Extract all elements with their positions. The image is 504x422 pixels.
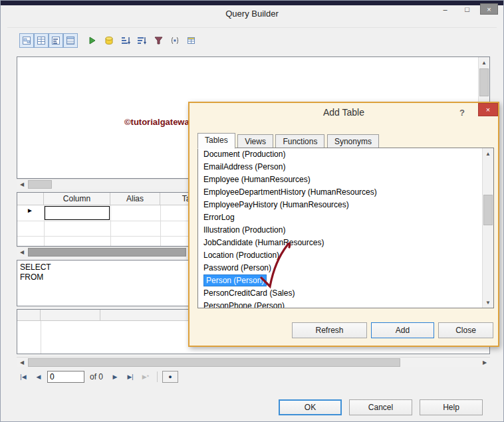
titlebar-divider xyxy=(7,27,497,28)
ok-button[interactable]: OK xyxy=(279,399,342,415)
maximize-button[interactable]: □ xyxy=(458,3,476,15)
list-item[interactable]: EmailAddress (Person) xyxy=(198,161,493,173)
show-diagram-pane-button[interactable] xyxy=(19,33,34,48)
scroll-thumb[interactable] xyxy=(28,248,186,257)
tab-synonyms[interactable]: Synonyms xyxy=(327,134,379,149)
results-pane-icon xyxy=(66,36,75,45)
scroll-up-button[interactable]: ▲ xyxy=(479,57,489,68)
scroll-down-button[interactable]: ▼ xyxy=(483,297,493,308)
scroll-left-button[interactable]: ◀ xyxy=(17,179,27,189)
sort-descending-button[interactable] xyxy=(134,33,149,48)
refresh-button[interactable]: Refresh xyxy=(292,322,367,338)
record-position-input[interactable] xyxy=(47,371,84,383)
add-button[interactable]: Add xyxy=(371,322,434,338)
scroll-right-button[interactable]: ▶ xyxy=(479,358,490,368)
tab-views[interactable]: Views xyxy=(237,134,273,149)
show-sql-pane-button[interactable] xyxy=(49,33,63,48)
list-item[interactable]: EmployeeDepartmentHistory (HumanResource… xyxy=(198,186,493,199)
caption-buttons: – □ × xyxy=(436,3,498,15)
dialog-title: Add Table xyxy=(189,103,498,122)
scroll-thumb[interactable] xyxy=(483,195,493,225)
add-table-dialog: Add Table ? × Tables Views Functions Syn… xyxy=(188,102,499,347)
list-item[interactable]: EmployeePayHistory (HumanResources) xyxy=(198,199,493,211)
list-item[interactable]: Document (Production) xyxy=(198,148,493,161)
run-icon xyxy=(87,36,96,45)
list-vertical-scrollbar[interactable]: ▲ ▼ xyxy=(482,148,493,308)
dialog-close-button[interactable]: × xyxy=(478,103,498,116)
scroll-left-button[interactable]: ◀ xyxy=(17,247,27,257)
add-table-icon xyxy=(187,36,196,45)
grid-pane-icon xyxy=(37,36,46,45)
tab-functions[interactable]: Functions xyxy=(275,134,324,149)
sort-descending-icon xyxy=(137,36,146,45)
add-table-button[interactable] xyxy=(184,33,199,48)
filter-icon xyxy=(154,36,163,45)
divider xyxy=(157,371,158,382)
cancel-button[interactable]: Cancel xyxy=(349,399,412,415)
grid-cell-column[interactable] xyxy=(45,206,110,220)
run-query-button[interactable] xyxy=(84,33,99,48)
close-button[interactable]: × xyxy=(480,3,498,15)
list-item[interactable]: PersonPhone (Person) xyxy=(198,300,493,308)
next-record-button[interactable]: ▶ xyxy=(108,371,122,383)
results-column-header xyxy=(41,310,100,321)
column-header: Column xyxy=(44,193,110,205)
show-grid-pane-button[interactable] xyxy=(34,33,49,48)
table-list: Document (Production) EmailAddress (Pers… xyxy=(197,148,494,308)
first-record-button[interactable]: |◀ xyxy=(17,371,30,383)
results-corner-cell xyxy=(17,310,41,321)
scroll-thumb[interactable] xyxy=(479,68,489,96)
window-title: Query Builder xyxy=(1,5,503,23)
window-accent-bar xyxy=(1,1,503,5)
diagram-pane-icon xyxy=(22,36,31,45)
record-navigator: |◀ ◀ of 0 ▶ ▶| ▶* ● xyxy=(17,370,178,383)
last-record-button[interactable]: ▶| xyxy=(124,371,137,383)
tab-tables[interactable]: Tables xyxy=(197,133,235,149)
previous-record-button[interactable]: ◀ xyxy=(32,371,45,383)
list-item[interactable]: Location (Production) xyxy=(198,249,493,262)
list-item[interactable]: PersonCreditCard (Sales) xyxy=(198,287,493,300)
list-item[interactable]: ErrorLog xyxy=(198,211,493,224)
sort-ascending-icon xyxy=(121,36,130,45)
list-item[interactable]: Employee (HumanResources) xyxy=(198,173,493,186)
grid-line xyxy=(110,205,111,246)
list-item[interactable]: Illustration (Production) xyxy=(198,224,493,237)
current-row-indicator[interactable]: ► xyxy=(27,207,33,214)
list-item[interactable]: Password (Person) xyxy=(198,262,493,274)
group-by-icon xyxy=(170,36,180,45)
new-record-button: ▶* xyxy=(139,371,152,383)
titlebar: Query Builder xyxy=(1,5,503,23)
dialog-help-button[interactable]: ? xyxy=(455,106,469,119)
show-results-pane-button[interactable] xyxy=(63,33,78,48)
results-horizontal-scrollbar[interactable]: ◀ ▶ xyxy=(17,357,490,368)
scroll-up-button[interactable]: ▲ xyxy=(483,148,493,159)
record-count-label: of 0 xyxy=(90,372,103,381)
verify-sql-button[interactable] xyxy=(102,33,116,48)
minimize-button[interactable]: – xyxy=(436,3,454,15)
selected-item[interactable]: Person (Person) xyxy=(203,274,267,286)
list-item[interactable]: JobCandidate (HumanResources) xyxy=(198,237,493,249)
help-button[interactable]: Help xyxy=(420,399,483,415)
database-icon xyxy=(104,36,114,45)
query-builder-window: Query Builder – □ × xyxy=(0,0,504,422)
scroll-left-button[interactable]: ◀ xyxy=(17,358,27,368)
group-by-button[interactable] xyxy=(168,33,182,48)
scroll-thumb[interactable] xyxy=(28,180,52,189)
scroll-thumb[interactable] xyxy=(28,358,400,367)
dialog-tabs: Tables Views Functions Synonyms xyxy=(197,133,378,148)
row-selector-header xyxy=(17,193,44,205)
remove-filter-button[interactable] xyxy=(151,33,166,48)
cancel-query-button[interactable]: ● xyxy=(162,371,178,383)
sql-pane-icon xyxy=(51,36,61,45)
sort-ascending-button[interactable] xyxy=(118,33,133,48)
grid-line xyxy=(41,321,41,354)
close-dialog-button[interactable]: Close xyxy=(438,322,493,338)
grid-line xyxy=(160,205,161,246)
list-item-selected[interactable]: Person (Person) xyxy=(198,274,493,287)
alias-header: Alias xyxy=(110,193,160,205)
